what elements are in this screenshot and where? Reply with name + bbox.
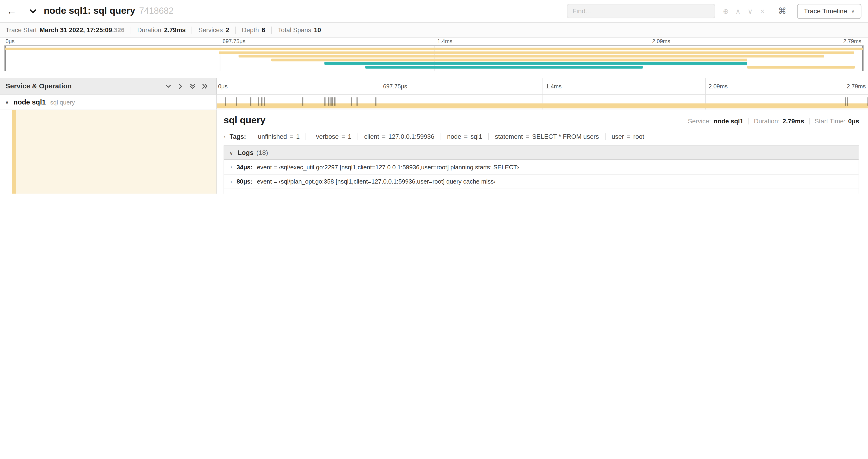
minimap-wrap <box>0 45 868 78</box>
duration-label: Duration: <box>754 118 780 124</box>
log-marker[interactable] <box>375 97 376 106</box>
log-timestamp: 142μs: <box>237 193 256 194</box>
trace-start: Trace Start March 31 2022, 17:25:09.326 <box>6 27 125 33</box>
log-marker[interactable] <box>324 97 326 106</box>
log-marker[interactable] <box>845 97 846 106</box>
tag-item[interactable]: client=127.0.0.1:59936 <box>358 133 441 140</box>
log-row[interactable]: ›142μs:event = ‹sql/catalog/lease/descri… <box>224 189 859 194</box>
chevron-right-icon[interactable]: › <box>230 193 232 194</box>
trace-start-fraction: .326 <box>112 27 124 33</box>
collapse-trace-button[interactable] <box>29 7 37 15</box>
close-icon: × <box>760 7 765 15</box>
tag-key: _verbose <box>312 133 339 140</box>
duration-label: Duration <box>137 27 161 33</box>
keyboard-shortcuts-button[interactable]: ⌘ <box>774 6 790 16</box>
trace-name: node sql1: sql query <box>43 6 135 16</box>
log-marker[interactable] <box>225 97 226 106</box>
view-options-button[interactable]: Trace Timeline ∨ <box>797 3 862 19</box>
divider <box>271 26 272 34</box>
collapse-all-button[interactable] <box>187 83 199 89</box>
timeline-header-ticks: 0μs697.75μs1.4ms2.09ms2.79ms <box>217 78 868 94</box>
logs-accordion: ∨ Logs (18) ›34μs:event = ‹sql/exec_util… <box>223 145 859 194</box>
span-service-name: node sql1 <box>13 98 46 106</box>
divider <box>748 118 749 124</box>
logs-count: (18) <box>256 149 268 157</box>
tags-row: › Tags: _unfinished=1_verbose=1client=12… <box>223 133 859 140</box>
find-focus-button[interactable]: ⊕ <box>720 7 732 15</box>
log-row[interactable]: ›80μs:event = ‹sql/plan_opt.go:358 [nsql… <box>224 174 859 189</box>
tags-toggle[interactable]: › Tags: <box>223 133 246 140</box>
tag-equals: = <box>382 133 385 140</box>
chevron-down-icon: ∨ <box>229 150 233 156</box>
log-row[interactable]: ›34μs:event = ‹sql/exec_util.go:2297 [ns… <box>224 160 859 174</box>
tick-label: 0μs <box>218 83 228 90</box>
span-color-stripe <box>12 110 16 194</box>
log-timestamp: 80μs: <box>237 178 252 185</box>
find-clear-button[interactable]: × <box>756 7 768 15</box>
trace-services: Services 2 <box>198 27 229 33</box>
log-message: event = ‹sql/catalog/lease/descriptor_ve… <box>260 193 786 194</box>
chevron-right-icon[interactable]: › <box>230 179 232 185</box>
log-marker[interactable] <box>261 97 262 106</box>
log-marker[interactable] <box>334 97 335 106</box>
tag-key: _unfinished <box>254 133 287 140</box>
back-button[interactable]: ← <box>6 5 23 17</box>
chevron-right-icon[interactable]: › <box>230 164 232 170</box>
span-duration-bar[interactable] <box>217 103 868 108</box>
find-next-button[interactable]: ∨ <box>744 7 756 15</box>
chevron-down-icon[interactable]: ∨ <box>5 99 9 105</box>
detail-meta: Service: node sql1 Duration: 2.79ms Star… <box>688 118 859 124</box>
logs-label: Logs <box>238 149 254 157</box>
trace-depth: Depth 6 <box>242 27 265 33</box>
double-chevron-down-icon <box>189 83 196 89</box>
log-marker[interactable] <box>332 97 334 106</box>
span-row-name-cell[interactable]: ∨ node sql1 sql query <box>0 94 217 109</box>
tag-value: sql1 <box>470 133 482 140</box>
start-time-value: 0μs <box>848 118 859 124</box>
tick-label: 697.75μs <box>223 38 245 44</box>
depth-label: Depth <box>242 27 259 33</box>
chevron-up-icon: ∧ <box>736 7 741 15</box>
start-time-label: Start Time: <box>814 118 845 124</box>
tick-label: 2.09ms <box>709 83 728 90</box>
tag-item[interactable]: user=root <box>606 133 650 140</box>
duration-value: 2.79ms <box>783 118 804 124</box>
minimap-canvas[interactable] <box>4 45 864 71</box>
page-title: node sql1: sql query7418682 <box>43 6 174 17</box>
tag-item[interactable]: node=sql1 <box>441 133 489 140</box>
find-input[interactable] <box>567 4 715 19</box>
log-marker[interactable] <box>351 97 352 106</box>
expand-one-button[interactable] <box>174 83 186 89</box>
tag-equals: = <box>627 133 630 140</box>
log-marker[interactable] <box>330 97 331 106</box>
trace-duration: Duration 2.79ms <box>137 27 186 33</box>
command-icon: ⌘ <box>778 6 786 15</box>
log-marker[interactable] <box>250 97 251 106</box>
expand-all-button[interactable] <box>199 83 211 89</box>
tag-key: client <box>364 133 379 140</box>
tag-item[interactable]: _unfinished=1 <box>248 133 306 140</box>
log-marker[interactable] <box>328 97 330 106</box>
trace-start-label: Trace Start <box>6 27 37 33</box>
log-message: event = ‹sql/plan_opt.go:358 [nsql1,clie… <box>257 178 496 185</box>
service-operation-header: Service & Operation <box>6 82 162 90</box>
span-row: ∨ node sql1 sql query <box>0 94 868 110</box>
trace-total-spans: Total Spans 10 <box>278 27 321 33</box>
find-prev-button[interactable]: ∧ <box>732 7 744 15</box>
log-marker[interactable] <box>356 97 358 106</box>
double-chevron-right-icon <box>202 83 208 89</box>
tag-item[interactable]: _verbose=1 <box>306 133 358 140</box>
log-marker[interactable] <box>258 97 259 106</box>
log-marker[interactable] <box>264 97 265 106</box>
tag-item[interactable]: statement=SELECT * FROM users <box>489 133 606 140</box>
trace-timeline-view: ← node sql1: sql query7418682 ⊕ ∧ ∨ × ⌘ … <box>0 0 868 194</box>
log-marker[interactable] <box>236 97 237 106</box>
logs-header[interactable]: ∨ Logs (18) <box>224 146 859 160</box>
tag-equals: = <box>526 133 529 140</box>
tag-value: 1 <box>296 133 300 140</box>
collapse-one-button[interactable] <box>162 83 174 89</box>
total-spans-label: Total Spans <box>278 27 311 33</box>
log-marker[interactable] <box>302 97 303 106</box>
tick-label: 2.79ms <box>847 83 866 90</box>
log-marker[interactable] <box>847 97 848 106</box>
